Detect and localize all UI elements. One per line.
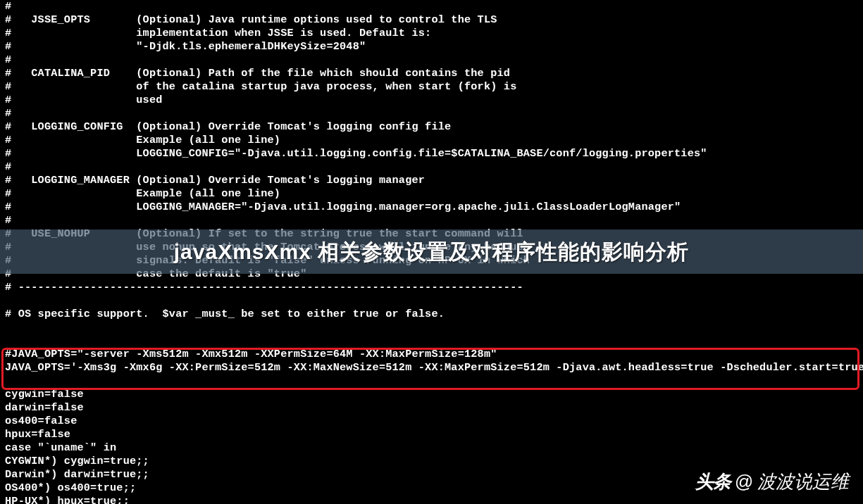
- code-line: # used: [5, 94, 858, 107]
- code-line: HP-UX*) hpux=true;;: [5, 495, 858, 504]
- code-line: JAVA_OPTS='-Xms3g -Xmx6g -XX:PermSize=51…: [5, 361, 858, 374]
- code-line: [5, 374, 858, 388]
- code-line: #: [5, 0, 858, 13]
- code-line: os400=false: [5, 415, 858, 428]
- code-line: # --------------------------------------…: [5, 281, 858, 294]
- code-line: # Example (all one line): [5, 134, 858, 147]
- code-line: # JSSE_OPTS (Optional) Java runtime opti…: [5, 13, 858, 27]
- code-line: case "`uname`" in: [5, 441, 858, 455]
- code-line: #: [5, 214, 858, 227]
- code-line: darwin=false: [5, 401, 858, 415]
- watermark-at: @: [735, 475, 753, 489]
- code-line: [5, 294, 858, 308]
- code-line: # LOGGING_MANAGER="-Djava.util.logging.m…: [5, 201, 858, 214]
- code-line: CYGWIN*) cygwin=true;;: [5, 455, 858, 468]
- code-line: # of the catalina startup java process, …: [5, 80, 858, 94]
- code-line: # LOGGING_MANAGER (Optional) Override To…: [5, 174, 858, 187]
- code-line: #: [5, 107, 858, 120]
- code-line: [5, 334, 858, 348]
- title-overlay: javaXmsXmx 相关参数设置及对程序性能的影响分析: [0, 229, 863, 274]
- code-line: # LOGGING_CONFIG (Optional) Override Tom…: [5, 120, 858, 134]
- watermark-author: 波波说运维: [757, 475, 849, 489]
- code-line: cygwin=false: [5, 388, 858, 401]
- code-line: hpux=false: [5, 428, 858, 441]
- code-line: [5, 321, 858, 334]
- code-line: # "-Djdk.tls.ephemeralDHKeySize=2048": [5, 40, 858, 53]
- code-line: # CATALINA_PID (Optional) Path of the fi…: [5, 67, 858, 80]
- code-line: #JAVA_OPTS="-server -Xms512m -Xmx512m -X…: [5, 348, 858, 361]
- watermark-brand: 头条: [695, 475, 731, 489]
- code-line: #: [5, 160, 858, 174]
- watermark: 头条 @ 波波说运维: [695, 475, 849, 489]
- code-line: # OS specific support. $var _must_ be se…: [5, 308, 858, 321]
- code-line: # LOGGING_CONFIG="-Djava.util.logging.co…: [5, 147, 858, 160]
- overlay-title-text: javaXmsXmx 相关参数设置及对程序性能的影响分析: [174, 245, 689, 258]
- code-line: # implementation when JSSE is used. Defa…: [5, 27, 858, 40]
- code-line: #: [5, 53, 858, 67]
- code-line: # Example (all one line): [5, 187, 858, 201]
